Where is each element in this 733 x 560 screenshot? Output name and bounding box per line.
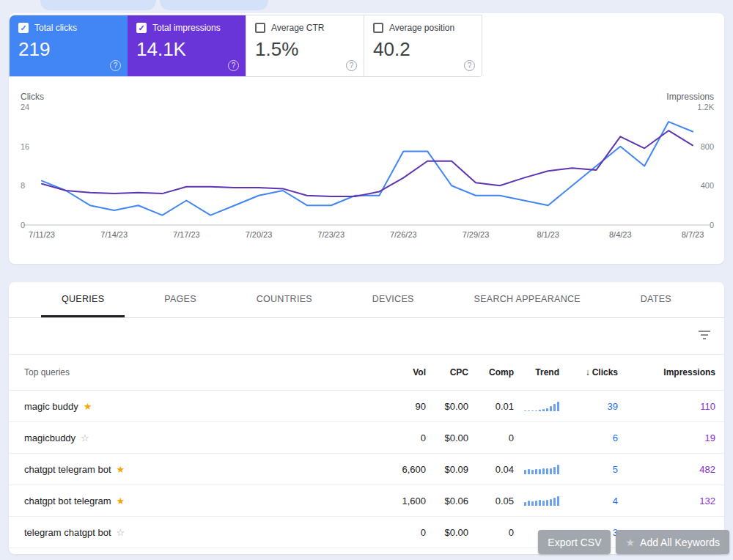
column-vol[interactable]: Vol [382, 367, 426, 377]
export-csv-button[interactable]: Export CSV [538, 530, 611, 554]
table-row[interactable]: chatgpt bot telegram★1,600$0.060.054132 [9, 485, 724, 517]
column-impressions[interactable]: Impressions [618, 367, 715, 377]
series-line-impressions [42, 130, 693, 196]
cell-comp: 0 [468, 527, 514, 538]
table-header: Top queries Vol CPC Comp Trend ↓Clicks I… [9, 355, 724, 391]
trend-sparkline [524, 402, 559, 411]
metric-card-average-position[interactable]: ✓ Average position 40.2 ? [364, 15, 482, 76]
tab-devices[interactable]: DEVICES [352, 282, 435, 317]
table-body: magic buddy★90$0.000.0139110magicbuddy☆0… [9, 391, 724, 548]
metric-card-total-impressions[interactable]: ✓ Total impressions 14.1K ? [128, 15, 246, 76]
tab-countries[interactable]: COUNTRIES [236, 282, 333, 317]
cell-comp: 0.05 [468, 495, 514, 506]
cell-cpc: $0.00 [426, 432, 468, 443]
average-position-checkbox[interactable]: ✓ [373, 23, 383, 33]
cell-clicks: 6 [559, 432, 618, 443]
cell-clicks: 39 [559, 401, 618, 412]
column-top-queries[interactable]: Top queries [9, 367, 382, 377]
cell-cpc: $0.00 [426, 527, 468, 538]
query-text: chatgpt bot telegram [24, 495, 111, 506]
star-filled-icon[interactable]: ★ [117, 465, 125, 474]
performance-card: ✓ Total clicks 219 ? ✓ Total impressions… [9, 13, 724, 264]
cell-trend [514, 465, 559, 474]
dimension-tabs: QUERIESPAGESCOUNTRIESDEVICESSEARCH APPEA… [9, 282, 724, 318]
metric-label: Total clicks [34, 23, 77, 33]
cell-query: telegram chatgpt bot☆ [9, 527, 382, 538]
query-text: magic buddy [24, 401, 78, 412]
cell-vol: 0 [382, 527, 426, 538]
cell-query: chatgpt bot telegram★ [9, 495, 382, 506]
cell-trend [514, 402, 559, 411]
performance-chart: Clicks Impressions 241680 1.2K8004000 7/… [9, 82, 724, 263]
metric-label: Average CTR [271, 23, 324, 33]
trend-sparkline [524, 496, 559, 506]
cell-trend [514, 496, 559, 506]
cell-clicks: 5 [559, 464, 618, 475]
total-impressions-checkbox[interactable]: ✓ [136, 23, 147, 33]
top-chip-2[interactable] [160, 0, 268, 10]
sort-descending-icon: ↓ [586, 367, 590, 377]
star-icon: ★ [625, 537, 635, 548]
query-text: telegram chatgpt bot [24, 527, 111, 538]
help-icon[interactable]: ? [110, 60, 121, 71]
table-row[interactable]: magic buddy★90$0.000.0139110 [9, 391, 724, 422]
cell-cpc: $0.09 [426, 464, 468, 475]
queries-table-card: QUERIESPAGESCOUNTRIESDEVICESSEARCH APPEA… [9, 282, 724, 554]
total-clicks-checkbox[interactable]: ✓ [18, 23, 29, 33]
help-icon[interactable]: ? [228, 60, 239, 71]
metric-label: Total impressions [152, 23, 221, 33]
cell-comp: 0.01 [468, 401, 514, 412]
star-outline-icon[interactable]: ☆ [81, 433, 89, 443]
overlay-buttons: Export CSV ★Add All Keywords [538, 530, 729, 554]
cell-clicks: 4 [559, 495, 618, 506]
average-ctr-checkbox[interactable]: ✓ [255, 23, 265, 33]
check-icon: ✓ [20, 24, 26, 32]
top-chip-1[interactable] [40, 0, 156, 10]
filter-icon[interactable] [698, 330, 711, 340]
query-text: magicbuddy [24, 432, 75, 443]
metric-label: Average position [389, 23, 454, 33]
table-row[interactable]: chatgpt telegram bot★6,600$0.090.045482 [9, 454, 724, 485]
query-text: chatgpt telegram bot [24, 464, 111, 475]
cell-vol: 90 [382, 401, 426, 412]
star-filled-icon[interactable]: ★ [117, 496, 125, 506]
cell-comp: 0.04 [468, 464, 514, 475]
help-icon[interactable]: ? [346, 60, 357, 71]
cell-impressions: 110 [618, 401, 715, 412]
cell-query: chatgpt telegram bot★ [9, 464, 382, 475]
trend-sparkline [524, 465, 559, 474]
cell-vol: 0 [382, 432, 426, 443]
series-line-clicks [42, 122, 693, 215]
cell-query: magicbuddy☆ [9, 432, 382, 443]
cell-cpc: $0.00 [426, 401, 468, 412]
metric-cards-group: ✓ Total clicks 219 ? ✓ Total impressions… [9, 15, 482, 77]
metric-value: 14.1K [136, 38, 237, 61]
cell-vol: 1,600 [382, 495, 426, 506]
filter-row [9, 318, 724, 355]
cell-vol: 6,600 [382, 464, 426, 475]
column-comp[interactable]: Comp [468, 367, 514, 377]
metric-value: 219 [18, 38, 119, 61]
add-all-keywords-button[interactable]: ★Add All Keywords [616, 530, 729, 554]
star-outline-icon[interactable]: ☆ [117, 528, 125, 537]
tab-dates[interactable]: DATES [620, 282, 692, 317]
column-trend[interactable]: Trend [514, 367, 559, 377]
cell-comp: 0 [468, 432, 514, 443]
tab-pages[interactable]: PAGES [144, 282, 217, 317]
cell-query: magic buddy★ [9, 401, 382, 412]
help-icon[interactable]: ? [464, 60, 475, 71]
cell-impressions: 132 [618, 495, 715, 506]
star-filled-icon[interactable]: ★ [84, 402, 92, 411]
column-cpc[interactable]: CPC [426, 367, 468, 377]
metric-value: 1.5% [255, 38, 355, 61]
tab-queries[interactable]: QUERIES [41, 282, 125, 317]
metric-card-average-ctr[interactable]: ✓ Average CTR 1.5% ? [246, 15, 364, 76]
metric-card-total-clicks[interactable]: ✓ Total clicks 219 ? [10, 15, 128, 76]
cell-cpc: $0.06 [426, 495, 468, 506]
column-clicks[interactable]: ↓Clicks [559, 367, 618, 377]
tab-search-appearance[interactable]: SEARCH APPEARANCE [454, 282, 601, 317]
table-row[interactable]: magicbuddy☆0$0.000619 [9, 422, 724, 454]
metric-value: 40.2 [373, 38, 473, 61]
cell-impressions: 482 [618, 464, 715, 475]
cell-impressions: 19 [618, 432, 715, 443]
